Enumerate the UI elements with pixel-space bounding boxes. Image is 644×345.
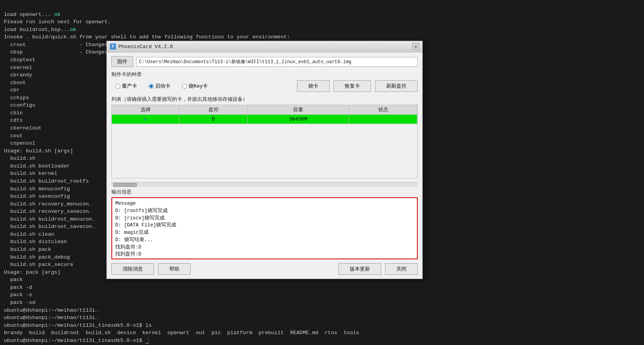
firmware-row: 固件 C:\Users\MeiHao\Documents\T113-i\新镜像\…	[111, 56, 418, 67]
cell-capacity: 30436M	[248, 115, 349, 124]
radio-liangchan[interactable]: 量产卡	[115, 83, 137, 90]
cell-disk: D	[179, 115, 248, 124]
dialog-titlebar: P PhoenixCard V4.2.8 ✕	[107, 41, 422, 52]
app-icon: P	[110, 43, 116, 50]
output-line-6: 找到盘符:D	[115, 244, 414, 251]
close-button[interactable]: ✕	[412, 43, 419, 50]
output-section: 输出信息 Message D: [rootfs]烧写完成 D: [riscv]烧…	[111, 188, 418, 259]
output-box[interactable]: Message D: [rootfs]烧写完成 D: [riscv]烧写完成 D…	[111, 197, 418, 259]
output-line-3: D: [DATA File]烧写完成	[115, 222, 414, 229]
output-line-1: D: [rootfs]烧写完成	[115, 207, 414, 215]
firmware-button[interactable]: 固件	[111, 56, 133, 67]
help-button[interactable]: 帮助	[158, 263, 191, 275]
firmware-path: C:\Users\MeiHao\Documents\T113-i\新镜像\WIF…	[136, 57, 418, 67]
radio-key-input[interactable]	[182, 84, 187, 89]
disk-table: 选择 盘符 容量 状态 ✔ D 30436M	[112, 105, 417, 124]
radio-qidong-label: 启动卡	[155, 83, 170, 90]
horizontal-scrollbar[interactable]	[111, 182, 418, 187]
hscroll-thumb[interactable]	[113, 183, 137, 187]
radio-qidong[interactable]: 启动卡	[149, 83, 170, 90]
col-header-status: 状态	[349, 105, 417, 115]
col-header-disk: 盘符	[179, 105, 248, 115]
card-type-section: 制作卡的种类 量产卡 启动卡 烧Key卡	[111, 71, 418, 96]
bottom-left-buttons: 清除消息 帮助	[111, 263, 191, 275]
cell-checkbox[interactable]: ✔	[112, 115, 179, 124]
dialog-title: PhoenixCard V4.2.8	[118, 44, 173, 50]
output-line-0: Message	[115, 200, 414, 207]
burn-card-button[interactable]: 烧卡	[297, 80, 330, 92]
refresh-disk-button[interactable]: 刷新盘符	[375, 80, 418, 92]
col-header-capacity: 容量	[248, 105, 349, 115]
output-line-7: 找到盘符:D	[115, 251, 414, 258]
output-line-8: 找到盘符:D	[115, 258, 414, 259]
radio-qidong-input[interactable]	[149, 84, 154, 89]
col-header-select: 选择	[112, 105, 179, 115]
output-label: 输出信息	[111, 188, 418, 195]
terminal-ok-2: ok	[70, 27, 76, 33]
bottom-right-buttons: 版本更新 关闭	[338, 263, 418, 275]
radio-liangchan-label: 量产卡	[122, 83, 137, 90]
radio-key-label: 烧Key卡	[189, 83, 208, 90]
output-line-2: D: [riscv]烧写完成	[115, 215, 414, 222]
output-line-4: D: magic完成	[115, 229, 414, 236]
radio-key[interactable]: 烧Key卡	[182, 83, 208, 90]
card-type-label: 制作卡的种类	[111, 71, 418, 78]
radio-liangchan-input[interactable]	[115, 84, 120, 89]
bottom-row: 清除消息 帮助 版本更新 关闭	[111, 263, 418, 275]
checkbox-checked-icon: ✔	[144, 116, 147, 122]
clear-message-button[interactable]: 清除消息	[111, 263, 154, 275]
phoenix-card-dialog: P PhoenixCard V4.2.8 ✕ 固件 C:\Users\MeiHa…	[106, 41, 423, 279]
restore-card-button[interactable]: 恢复卡	[333, 80, 371, 92]
list-label: 列表（请确保插入需要烧写的卡，并拔出其他移动存储设备）	[111, 96, 418, 103]
close-dialog-button[interactable]: 关闭	[385, 263, 418, 275]
cell-status	[349, 115, 417, 124]
output-line-5: D: 烧写结束...	[115, 236, 414, 244]
disk-table-wrapper[interactable]: 选择 盘符 容量 状态 ✔ D 30436M	[111, 105, 418, 178]
version-update-button[interactable]: 版本更新	[338, 263, 381, 275]
dialog-titlebar-left: P PhoenixCard V4.2.8	[110, 43, 173, 50]
dialog-body: 固件 C:\Users\MeiHao\Documents\T113-i\新镜像\…	[107, 52, 422, 279]
terminal-ok-1: ok	[54, 12, 61, 17]
radio-group: 量产卡 启动卡 烧Key卡	[111, 83, 208, 90]
list-section: 列表（请确保插入需要烧写的卡，并拔出其他移动存储设备） 选择 盘符 容量 状态 …	[111, 96, 418, 178]
action-buttons: 烧卡 恢复卡 刷新盘符	[297, 80, 418, 92]
table-row[interactable]: ✔ D 30436M	[112, 115, 417, 124]
